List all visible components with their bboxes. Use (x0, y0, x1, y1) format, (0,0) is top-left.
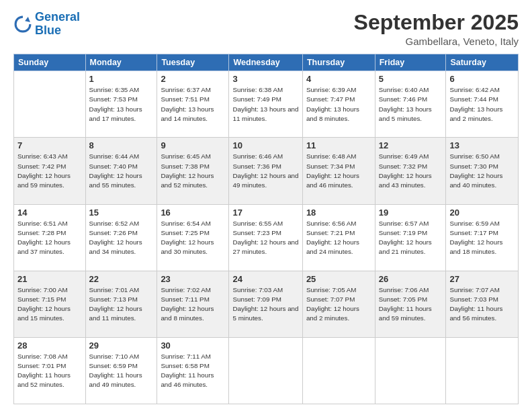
day-info: Sunrise: 6:52 AMSunset: 7:26 PMDaylight:… (89, 219, 154, 257)
day-info: Sunrise: 6:57 AMSunset: 7:19 PMDaylight:… (379, 219, 443, 257)
day-number: 21 (17, 274, 82, 284)
day-info: Sunrise: 6:55 AMSunset: 7:23 PMDaylight:… (232, 219, 298, 257)
table-row (446, 337, 519, 404)
table-row: 26Sunrise: 7:06 AMSunset: 7:05 PMDayligh… (375, 271, 446, 337)
table-row: 5Sunrise: 6:40 AMSunset: 7:46 PMDaylight… (375, 71, 446, 138)
logo-line2: Blue (35, 24, 61, 37)
logo-text: General Blue (35, 11, 80, 38)
table-row: 29Sunrise: 7:10 AMSunset: 6:59 PMDayligh… (85, 337, 157, 404)
table-row: 27Sunrise: 7:07 AMSunset: 7:03 PMDayligh… (446, 271, 519, 337)
table-row: 18Sunrise: 6:56 AMSunset: 7:21 PMDayligh… (302, 204, 375, 271)
day-number: 28 (17, 340, 82, 351)
calendar-week-row: 1Sunrise: 6:35 AMSunset: 7:53 PMDaylight… (14, 71, 519, 138)
table-row: 23Sunrise: 7:02 AMSunset: 7:11 PMDayligh… (157, 271, 229, 337)
page: General Blue September 2025 Gambellara, … (0, 0, 532, 411)
calendar-week-row: 28Sunrise: 7:08 AMSunset: 7:01 PMDayligh… (14, 337, 519, 404)
day-number: 17 (232, 208, 298, 218)
calendar-week-row: 14Sunrise: 6:51 AMSunset: 7:28 PMDayligh… (14, 204, 519, 271)
day-number: 12 (379, 140, 443, 150)
table-row: 4Sunrise: 6:39 AMSunset: 7:47 PMDaylight… (302, 71, 375, 138)
location: Gambellara, Veneto, Italy (354, 36, 519, 47)
day-info: Sunrise: 6:45 AMSunset: 7:38 PMDaylight:… (161, 152, 225, 190)
day-number: 9 (161, 140, 225, 150)
table-row: 3Sunrise: 6:38 AMSunset: 7:49 PMDaylight… (229, 71, 302, 138)
title-block: September 2025 Gambellara, Veneto, Italy (354, 11, 519, 47)
month-title: September 2025 (354, 11, 519, 34)
day-info: Sunrise: 7:10 AMSunset: 6:59 PMDaylight:… (89, 352, 154, 390)
col-sunday: Sunday (14, 54, 86, 71)
day-number: 10 (232, 140, 298, 150)
day-number: 26 (379, 274, 443, 284)
day-number: 22 (89, 274, 154, 284)
day-info: Sunrise: 6:59 AMSunset: 7:17 PMDaylight:… (449, 219, 515, 257)
table-row: 14Sunrise: 6:51 AMSunset: 7:28 PMDayligh… (14, 204, 86, 271)
table-row: 2Sunrise: 6:37 AMSunset: 7:51 PMDaylight… (157, 71, 229, 138)
day-info: Sunrise: 7:07 AMSunset: 7:03 PMDaylight:… (449, 285, 515, 324)
day-number: 16 (161, 208, 225, 218)
day-number: 15 (89, 208, 154, 218)
calendar-header-row: Sunday Monday Tuesday Wednesday Thursday… (14, 54, 519, 71)
day-number: 2 (161, 74, 225, 84)
day-number: 24 (232, 274, 298, 284)
col-thursday: Thursday (302, 54, 375, 71)
day-info: Sunrise: 6:46 AMSunset: 7:36 PMDaylight:… (232, 152, 298, 190)
table-row: 19Sunrise: 6:57 AMSunset: 7:19 PMDayligh… (375, 204, 446, 271)
table-row: 15Sunrise: 6:52 AMSunset: 7:26 PMDayligh… (85, 204, 157, 271)
col-friday: Friday (375, 54, 446, 71)
day-info: Sunrise: 6:44 AMSunset: 7:40 PMDaylight:… (89, 152, 154, 190)
day-number: 18 (306, 208, 371, 218)
day-number: 29 (89, 340, 154, 351)
day-info: Sunrise: 6:35 AMSunset: 7:53 PMDaylight:… (89, 85, 154, 124)
table-row: 10Sunrise: 6:46 AMSunset: 7:36 PMDayligh… (229, 138, 302, 204)
table-row: 30Sunrise: 7:11 AMSunset: 6:58 PMDayligh… (157, 337, 229, 404)
logo: General Blue (13, 11, 80, 38)
table-row (375, 337, 446, 404)
day-number: 13 (449, 140, 515, 150)
table-row: 12Sunrise: 6:49 AMSunset: 7:32 PMDayligh… (375, 138, 446, 204)
day-number: 27 (449, 274, 515, 284)
table-row: 22Sunrise: 7:01 AMSunset: 7:13 PMDayligh… (85, 271, 157, 337)
day-info: Sunrise: 6:49 AMSunset: 7:32 PMDaylight:… (379, 152, 443, 190)
table-row (302, 337, 375, 404)
day-info: Sunrise: 6:38 AMSunset: 7:49 PMDaylight:… (232, 85, 298, 124)
day-info: Sunrise: 7:02 AMSunset: 7:11 PMDaylight:… (161, 285, 225, 324)
day-number: 8 (89, 140, 154, 150)
logo-icon (13, 15, 32, 34)
table-row: 24Sunrise: 7:03 AMSunset: 7:09 PMDayligh… (229, 271, 302, 337)
table-row: 21Sunrise: 7:00 AMSunset: 7:15 PMDayligh… (14, 271, 86, 337)
col-saturday: Saturday (446, 54, 519, 71)
day-number: 25 (306, 274, 371, 284)
table-row: 9Sunrise: 6:45 AMSunset: 7:38 PMDaylight… (157, 138, 229, 204)
day-info: Sunrise: 6:37 AMSunset: 7:51 PMDaylight:… (161, 85, 225, 124)
day-number: 5 (379, 74, 443, 84)
table-row (14, 71, 86, 138)
col-monday: Monday (85, 54, 157, 71)
calendar-week-row: 21Sunrise: 7:00 AMSunset: 7:15 PMDayligh… (14, 271, 519, 337)
day-info: Sunrise: 6:54 AMSunset: 7:25 PMDaylight:… (161, 219, 225, 257)
day-info: Sunrise: 7:06 AMSunset: 7:05 PMDaylight:… (379, 285, 443, 324)
day-info: Sunrise: 7:01 AMSunset: 7:13 PMDaylight:… (89, 285, 154, 324)
day-number: 11 (306, 140, 371, 150)
day-number: 14 (17, 208, 82, 218)
day-info: Sunrise: 6:51 AMSunset: 7:28 PMDaylight:… (17, 219, 82, 257)
day-number: 7 (17, 140, 82, 150)
day-number: 6 (449, 74, 515, 84)
day-number: 30 (161, 340, 225, 351)
table-row: 8Sunrise: 6:44 AMSunset: 7:40 PMDaylight… (85, 138, 157, 204)
table-row: 16Sunrise: 6:54 AMSunset: 7:25 PMDayligh… (157, 204, 229, 271)
day-info: Sunrise: 6:56 AMSunset: 7:21 PMDaylight:… (306, 219, 371, 257)
table-row: 6Sunrise: 6:42 AMSunset: 7:44 PMDaylight… (446, 71, 519, 138)
day-info: Sunrise: 6:50 AMSunset: 7:30 PMDaylight:… (449, 152, 515, 190)
table-row (229, 337, 302, 404)
table-row: 7Sunrise: 6:43 AMSunset: 7:42 PMDaylight… (14, 138, 86, 204)
table-row: 13Sunrise: 6:50 AMSunset: 7:30 PMDayligh… (446, 138, 519, 204)
day-number: 3 (232, 74, 298, 84)
table-row: 25Sunrise: 7:05 AMSunset: 7:07 PMDayligh… (302, 271, 375, 337)
day-number: 23 (161, 274, 225, 284)
calendar: Sunday Monday Tuesday Wednesday Thursday… (13, 54, 519, 404)
table-row: 1Sunrise: 6:35 AMSunset: 7:53 PMDaylight… (85, 71, 157, 138)
table-row: 11Sunrise: 6:48 AMSunset: 7:34 PMDayligh… (302, 138, 375, 204)
day-info: Sunrise: 6:48 AMSunset: 7:34 PMDaylight:… (306, 152, 371, 190)
table-row: 17Sunrise: 6:55 AMSunset: 7:23 PMDayligh… (229, 204, 302, 271)
day-info: Sunrise: 7:08 AMSunset: 7:01 PMDaylight:… (17, 352, 82, 390)
